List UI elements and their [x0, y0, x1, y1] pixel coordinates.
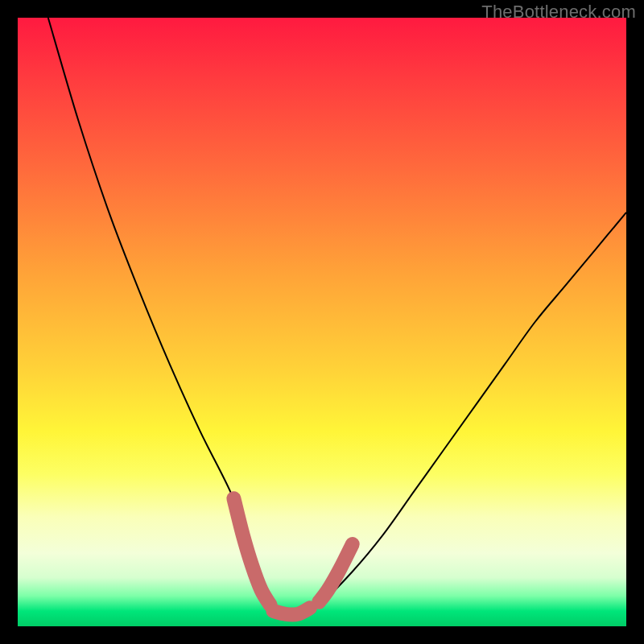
- curve-path: [48, 18, 626, 616]
- highlight-segments: [233, 498, 352, 614]
- watermark-text: TheBottleneck.com: [481, 2, 636, 23]
- highlight-left-knee: [233, 498, 270, 605]
- chart-svg: [18, 18, 626, 626]
- highlight-trough: [274, 608, 310, 614]
- highlight-right-knee: [319, 544, 353, 602]
- bottleneck-curve: [48, 18, 626, 616]
- chart-area: [18, 18, 626, 626]
